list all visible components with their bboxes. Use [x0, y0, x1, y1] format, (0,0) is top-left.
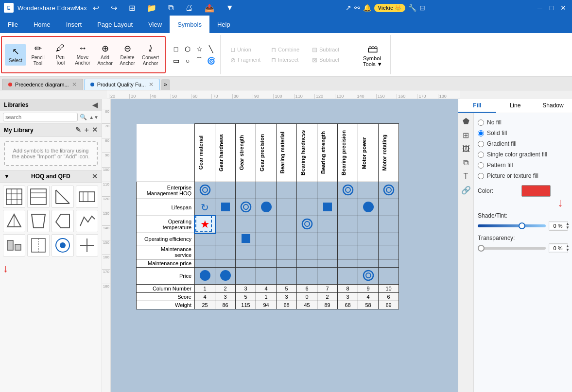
cell[interactable]	[277, 268, 297, 285]
expand-icon[interactable]: ▲▼	[89, 115, 99, 120]
menu-insert[interactable]: Insert	[58, 16, 90, 33]
symbol-item-12[interactable]	[76, 234, 98, 256]
user-badge[interactable]: Vickie 👑	[374, 4, 406, 12]
cell[interactable]	[277, 216, 297, 233]
symbol-item-4[interactable]	[76, 186, 98, 208]
cell[interactable]	[297, 245, 317, 259]
cell[interactable]	[236, 268, 256, 285]
subtract-top-btn[interactable]: ⊟ Subtract	[309, 45, 348, 54]
cell[interactable]	[195, 245, 215, 259]
cell[interactable]	[317, 233, 338, 245]
shape-rect[interactable]: ▭	[171, 55, 181, 66]
cell[interactable]	[277, 233, 297, 245]
menu-home[interactable]: Home	[26, 16, 58, 33]
cell[interactable]	[277, 199, 297, 216]
menu-symbols[interactable]: Symbols	[170, 16, 209, 33]
cell[interactable]	[256, 233, 277, 245]
cell[interactable]	[358, 182, 379, 199]
fill-pattern[interactable]: Pattern fill	[478, 160, 568, 170]
menu-help[interactable]: Help	[209, 16, 238, 33]
cell[interactable]	[379, 233, 399, 245]
panel-icon-layers[interactable]: ⧉	[462, 157, 470, 169]
cell[interactable]	[297, 259, 317, 268]
combine-btn[interactable]: ⊓ Combine	[268, 45, 307, 54]
select-tool-btn[interactable]: ↖ Select	[5, 44, 26, 66]
my-library-header[interactable]: My Library ✎ ＋ ✕	[0, 124, 102, 137]
cell[interactable]	[297, 216, 317, 233]
settings-icon[interactable]: 🔧	[408, 4, 416, 12]
menu-view[interactable]: View	[140, 16, 170, 33]
shape-star[interactable]: ☆	[194, 44, 205, 54]
tab-product-quality[interactable]: Product Quality Fu... ✕	[84, 79, 160, 90]
fill-single-gradient[interactable]: Single color gradient fill	[478, 149, 568, 160]
library-edit-btn[interactable]: ✎	[75, 126, 81, 135]
cell[interactable]	[256, 182, 277, 199]
cell-selected[interactable]: ★	[195, 216, 215, 233]
tab-close-precedence[interactable]: ✕	[72, 81, 77, 88]
shape-square[interactable]: □	[171, 44, 181, 54]
cell[interactable]	[379, 199, 399, 216]
shade-slider-thumb[interactable]	[519, 222, 525, 229]
cell[interactable]	[358, 259, 379, 268]
cell[interactable]	[277, 182, 297, 199]
tab-shadow[interactable]: Shadow	[534, 99, 572, 113]
open-btn[interactable]: 📁	[145, 2, 158, 14]
cell[interactable]	[236, 199, 256, 216]
cell[interactable]	[317, 199, 338, 216]
menu-file[interactable]: File	[0, 16, 26, 33]
panel-icon-grid[interactable]: ⊞	[461, 129, 470, 141]
cell[interactable]	[236, 182, 256, 199]
cell[interactable]	[195, 233, 215, 245]
transparency-slider-thumb[interactable]	[478, 245, 485, 252]
cell[interactable]	[215, 268, 236, 285]
cell[interactable]	[379, 216, 399, 233]
cell[interactable]	[215, 199, 236, 216]
library-add-btn[interactable]: ＋	[83, 126, 90, 135]
convert-anchor-btn[interactable]: ⤸ ConvertAnchor	[139, 41, 162, 68]
symbol-item-1[interactable]	[3, 186, 25, 208]
cell[interactable]	[215, 233, 236, 245]
cell[interactable]	[195, 182, 215, 199]
cell[interactable]	[358, 245, 379, 259]
cell[interactable]	[317, 259, 338, 268]
tab-fill[interactable]: Fill	[458, 99, 496, 113]
cell[interactable]	[358, 268, 379, 285]
maximize-btn[interactable]: □	[547, 3, 556, 13]
cell[interactable]	[358, 216, 379, 233]
cell[interactable]	[277, 259, 297, 268]
menu-page-layout[interactable]: Page Layout	[89, 16, 140, 33]
pen-tool-btn[interactable]: 🖊 PenTool	[50, 41, 71, 68]
tab-line[interactable]: Line	[496, 99, 534, 113]
new-btn[interactable]: ⊞	[127, 2, 137, 14]
symbol-item-2[interactable]	[27, 186, 50, 208]
cell[interactable]	[256, 245, 277, 259]
symbol-item-9[interactable]	[3, 234, 25, 256]
cell[interactable]	[277, 245, 297, 259]
symbol-item-5[interactable]	[3, 210, 25, 232]
subtract-bot-btn[interactable]: ⊠ Subtract	[309, 55, 348, 65]
cell[interactable]	[256, 216, 277, 233]
undo-btn[interactable]: ↩	[91, 2, 101, 14]
library-close-btn[interactable]: ✕	[92, 126, 98, 135]
tab-close-quality[interactable]: ✕	[149, 81, 154, 88]
notify-icon[interactable]: 🔔	[363, 4, 371, 12]
cell[interactable]	[215, 182, 236, 199]
shape-hex[interactable]: ⬡	[182, 44, 193, 54]
symbol-item-10[interactable]	[27, 234, 50, 256]
panel-icon-shapes[interactable]: ⬟	[461, 115, 471, 127]
cell[interactable]	[338, 259, 358, 268]
close-btn[interactable]: ✕	[558, 3, 568, 13]
cell[interactable]	[195, 259, 215, 268]
cell[interactable]	[338, 199, 358, 216]
shape-line[interactable]: ╲	[206, 44, 216, 54]
cell[interactable]: ↻	[195, 199, 215, 216]
collab-icon[interactable]: ⚯	[354, 4, 360, 12]
redo-btn[interactable]: ↪	[109, 2, 119, 14]
cell[interactable]	[358, 199, 379, 216]
symbol-item-6[interactable]	[27, 210, 50, 232]
layout-icon[interactable]: ⊟	[419, 4, 425, 12]
page-btn[interactable]: ⧉	[166, 2, 175, 13]
cell[interactable]	[338, 268, 358, 285]
panel-icon-image[interactable]: 🖼	[461, 143, 471, 155]
shade-slider-track[interactable]	[478, 224, 546, 227]
